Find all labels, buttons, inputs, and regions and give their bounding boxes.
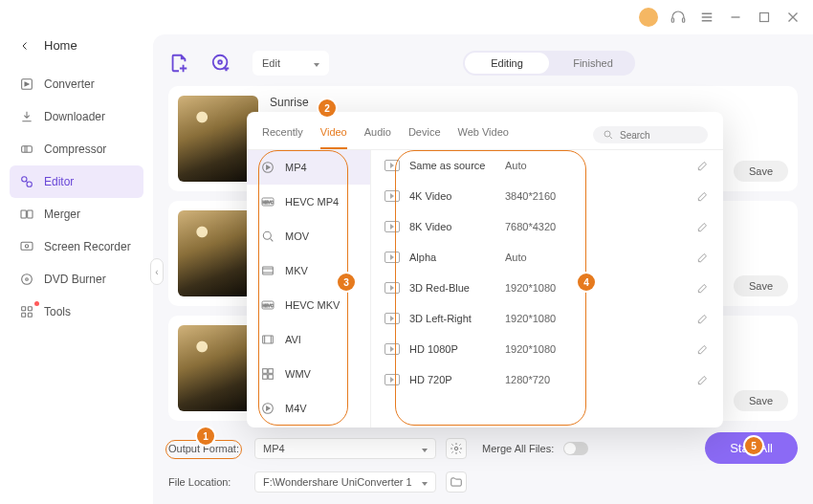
- avatar[interactable]: [639, 8, 658, 27]
- popup-tab-device[interactable]: Device: [408, 126, 441, 149]
- save-button[interactable]: Save: [734, 161, 788, 182]
- pencil-icon[interactable]: [696, 281, 710, 295]
- pencil-icon[interactable]: [696, 220, 710, 233]
- close-icon[interactable]: [784, 9, 802, 26]
- sidebar-item-merger[interactable]: Merger: [10, 198, 143, 230]
- svg-point-11: [22, 274, 33, 285]
- pencil-icon[interactable]: [696, 159, 710, 172]
- svg-rect-16: [28, 313, 32, 317]
- merge-all-label: Merge All Files:: [482, 443, 554, 454]
- format-item-hevc-mkv[interactable]: HEVCHEVC MKV: [247, 288, 370, 322]
- add-file-button[interactable]: [168, 50, 195, 77]
- sidebar-item-label: Editor: [44, 175, 74, 188]
- converter-icon: [19, 77, 34, 92]
- resolution-item[interactable]: 3D Red-Blue1920*1080: [371, 273, 723, 303]
- svg-rect-9: [21, 242, 33, 250]
- annotation-badge-5: 5: [745, 437, 762, 454]
- sidebar-item-label: Downloader: [44, 110, 105, 123]
- pencil-icon[interactable]: [696, 342, 710, 356]
- popup-tab-webvideo[interactable]: Web Video: [458, 126, 509, 149]
- sidebar-item-label: DVD Burner: [44, 273, 106, 286]
- video-title: Sunrise: [270, 96, 309, 109]
- popup-tab-recently[interactable]: Recently: [262, 126, 303, 149]
- recorder-icon: [19, 239, 34, 254]
- search-input[interactable]: [620, 130, 696, 141]
- add-dvd-button[interactable]: [210, 50, 237, 77]
- search-wrapper: [593, 126, 708, 143]
- format-icon: [260, 366, 275, 382]
- svg-point-17: [213, 55, 228, 70]
- save-button[interactable]: Save: [734, 390, 788, 411]
- format-item-avi[interactable]: AVI: [247, 322, 370, 357]
- format-item-mov[interactable]: MOV: [247, 219, 370, 253]
- resolution-item[interactable]: HD 1080P1920*1080: [371, 334, 723, 364]
- sidebar-item-recorder[interactable]: Screen Recorder: [10, 230, 143, 263]
- svg-point-5: [22, 177, 27, 182]
- play-box-icon: [385, 282, 400, 294]
- popup-tab-video[interactable]: Video: [320, 126, 347, 149]
- format-list: MP4 HEVCHEVC MP4 MOV MKV HEVCHEVC MKV AV…: [247, 150, 371, 427]
- resolution-item[interactable]: 3D Left-Right1920*1080: [371, 303, 723, 334]
- svg-point-30: [263, 231, 271, 239]
- mode-select[interactable]: Edit: [253, 51, 329, 76]
- svg-rect-35: [263, 369, 268, 374]
- back-home[interactable]: Home: [10, 34, 143, 68]
- resolution-item[interactable]: AlphaAuto: [371, 242, 723, 273]
- search-icon: [603, 129, 614, 141]
- sidebar-item-dvd[interactable]: DVD Burner: [10, 263, 143, 296]
- maximize-icon[interactable]: [756, 9, 773, 26]
- resolution-item[interactable]: Same as sourceAuto: [371, 150, 723, 181]
- svg-rect-0: [671, 18, 673, 23]
- sidebar-item-label: Screen Recorder: [44, 240, 131, 253]
- merger-icon: [19, 207, 34, 222]
- pill-editing[interactable]: Editing: [465, 53, 549, 74]
- save-button[interactable]: Save: [734, 275, 788, 296]
- pencil-icon[interactable]: [696, 251, 710, 264]
- svg-rect-7: [21, 210, 26, 218]
- merge-all-toggle[interactable]: [563, 442, 588, 455]
- footer: Output Format: MP4 Merge All Files: Star…: [168, 425, 798, 493]
- minimize-icon[interactable]: [727, 9, 744, 26]
- popup-tab-audio[interactable]: Audio: [364, 126, 391, 149]
- headset-icon[interactable]: [670, 9, 687, 26]
- resolution-item[interactable]: HD 720P1280*720: [371, 364, 723, 395]
- play-box-icon: [385, 374, 400, 385]
- collapse-sidebar-button[interactable]: ‹: [150, 258, 164, 285]
- play-box-icon: [385, 313, 400, 324]
- pencil-icon[interactable]: [696, 312, 710, 325]
- sidebar-item-downloader[interactable]: Downloader: [10, 100, 143, 133]
- sidebar-item-compressor[interactable]: Compressor: [10, 133, 143, 165]
- svg-rect-38: [269, 375, 274, 380]
- sidebar: Home Converter Downloader Compressor Edi…: [0, 34, 153, 504]
- svg-text:HEVC: HEVC: [262, 303, 273, 308]
- pencil-icon[interactable]: [696, 373, 710, 386]
- format-item-m4v[interactable]: M4V: [247, 391, 370, 426]
- chevron-down-icon: [314, 57, 319, 69]
- play-box-icon: [385, 221, 400, 232]
- format-item-wmv[interactable]: WMV: [247, 357, 370, 391]
- menu-icon[interactable]: [698, 9, 715, 26]
- resolution-item[interactable]: 4K Video3840*2160: [371, 181, 723, 211]
- format-icon: [260, 229, 275, 244]
- file-location-label: File Location:: [168, 476, 245, 488]
- sidebar-item-converter[interactable]: Converter: [10, 68, 143, 100]
- file-location-select[interactable]: F:\Wondershare UniConverter 1: [254, 471, 436, 493]
- resolution-item[interactable]: 8K Video7680*4320: [371, 211, 723, 242]
- pencil-icon[interactable]: [696, 189, 710, 203]
- open-folder-icon[interactable]: [446, 471, 467, 493]
- format-icon: [260, 332, 275, 347]
- sidebar-item-editor[interactable]: Editor: [10, 165, 143, 198]
- svg-point-18: [218, 60, 222, 64]
- format-item-mp4[interactable]: MP4: [247, 150, 370, 185]
- sidebar-item-label: Converter: [44, 77, 95, 91]
- chevron-left-icon: [19, 40, 31, 52]
- tools-icon: [19, 304, 34, 319]
- dvd-icon: [19, 272, 34, 287]
- format-item-hevc-mp4[interactable]: HEVCHEVC MP4: [247, 185, 370, 219]
- settings-icon[interactable]: [446, 438, 467, 459]
- svg-point-6: [27, 182, 32, 186]
- svg-rect-8: [28, 210, 33, 218]
- output-format-select[interactable]: MP4: [254, 438, 436, 459]
- pill-finished[interactable]: Finished: [551, 51, 635, 76]
- sidebar-item-tools[interactable]: Tools: [10, 296, 143, 328]
